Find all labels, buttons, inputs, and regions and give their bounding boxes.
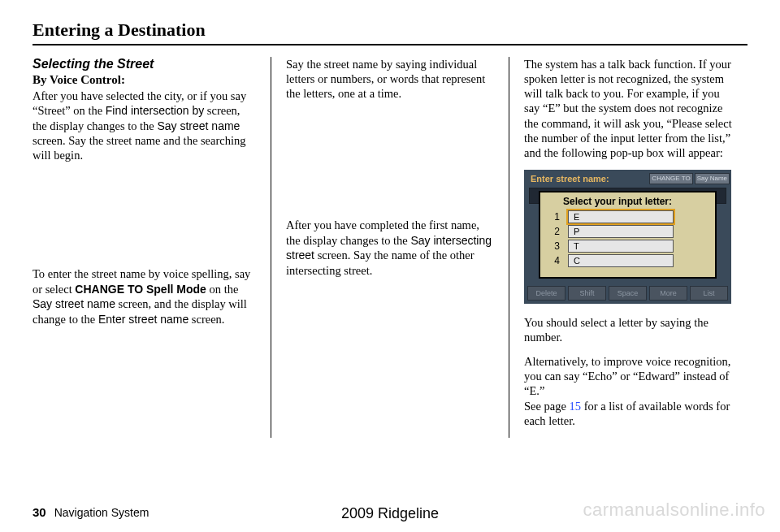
col3-paragraph-1: The system has a talk back function. If … <box>524 57 732 160</box>
nav-option-number: 4 <box>547 255 560 266</box>
page-link-15[interactable]: 15 <box>570 400 582 413</box>
image-placeholder-2 <box>286 110 494 218</box>
nav-popup-row-3: 3 T <box>547 240 708 253</box>
page-number: 30 <box>32 505 46 519</box>
nav-bottom-buttons: Delete Shift Space More List <box>527 286 728 301</box>
col3-paragraph-3: Alternatively, to improve voice recognit… <box>524 354 732 428</box>
nav-popup-row-4: 4 C <box>547 254 708 267</box>
ui-label-find-intersection: Find intersection by <box>106 104 204 117</box>
nav-btn-say-name: Say Name <box>695 173 730 184</box>
subsection-title: By Voice Control: <box>32 73 256 87</box>
nav-top-buttons: CHANGE TO Say Name <box>649 173 731 184</box>
watermark: carmanualsonline.info <box>583 500 765 521</box>
nav-top-row: Enter street name: CHANGE TO Say Name <box>524 170 731 188</box>
col1-paragraph-1: After you have selected the city, or if … <box>32 89 256 162</box>
nav-screen-illustration: Enter street name: CHANGE TO Say Name Se… <box>524 170 731 304</box>
nav-btn-list: List <box>690 286 728 301</box>
footer-label: Navigation System <box>54 506 150 519</box>
nav-option-letter: E <box>568 210 674 223</box>
nav-popup-title: Select your input letter: <box>547 196 708 207</box>
col3-paragraph-2: You should select a letter by saying the… <box>524 315 732 344</box>
title-bar: Entering a Destination <box>32 19 748 45</box>
nav-btn-space: Space <box>609 286 647 301</box>
nav-option-number: 1 <box>547 211 560 223</box>
nav-option-letter: C <box>568 254 674 267</box>
nav-screen-title: Enter street name: <box>524 174 609 184</box>
column-1: Selecting the Street By Voice Control: A… <box>32 57 271 438</box>
nav-popup-row-2: 2 P <box>547 225 708 238</box>
page-title: Entering a Destination <box>32 19 748 41</box>
nav-btn-shift: Shift <box>568 286 606 301</box>
col2-paragraph-2: After you have completed the first name,… <box>286 218 494 277</box>
ui-label-say-street-name-2: Say street name <box>32 297 115 310</box>
content-columns: Selecting the Street By Voice Control: A… <box>32 57 748 438</box>
ui-button-change-to-spell: CHANGE TO Spell Mode <box>75 283 206 296</box>
image-placeholder-1 <box>32 172 256 266</box>
nav-btn-more: More <box>649 286 687 301</box>
nav-popup: Select your input letter: 1 E 2 P 3 T 4 <box>539 191 717 279</box>
nav-option-letter: P <box>568 225 674 238</box>
footer-model-year: 2009 Ridgeline <box>341 505 439 522</box>
manual-page: Entering a Destination Selecting the Str… <box>0 0 780 532</box>
nav-btn-change-to: CHANGE TO <box>649 173 692 184</box>
nav-option-number: 3 <box>547 240 560 252</box>
col1-paragraph-2: To enter the street name by voice spelli… <box>32 266 256 327</box>
column-3: The system has a talk back function. If … <box>509 57 747 438</box>
nav-popup-row-1: 1 E <box>547 210 708 223</box>
nav-option-number: 2 <box>547 226 560 237</box>
ui-label-say-street-name: Say street name <box>157 119 240 132</box>
column-2: Say the street name by saying individual… <box>271 57 509 438</box>
nav-option-letter: T <box>568 240 674 253</box>
section-title: Selecting the Street <box>32 57 256 71</box>
nav-btn-delete: Delete <box>527 286 566 301</box>
col2-paragraph-1: Say the street name by saying individual… <box>286 57 494 101</box>
ui-label-enter-street-name: Enter street name <box>98 313 188 326</box>
